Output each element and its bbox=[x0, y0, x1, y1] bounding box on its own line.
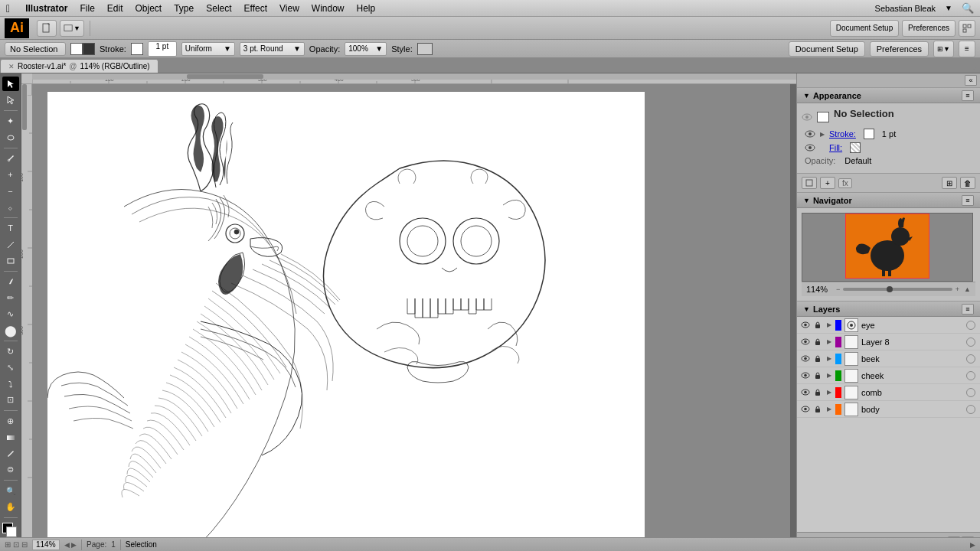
nav-zoom-value[interactable]: 114% bbox=[806, 285, 833, 294]
menu-help[interactable]: Help bbox=[357, 3, 376, 14]
layer-target-beek[interactable] bbox=[966, 354, 975, 364]
panel-toggle-btn[interactable]: ≡ bbox=[959, 41, 975, 57]
apple-menu[interactable]:  bbox=[6, 2, 10, 15]
gradient-tool[interactable] bbox=[2, 430, 19, 445]
stroke-expand-arrow[interactable]: ▶ bbox=[820, 131, 825, 138]
nav-zoom-slider[interactable] bbox=[843, 288, 952, 291]
arrange-btn[interactable] bbox=[959, 20, 975, 37]
rotate-tool[interactable]: ↻ bbox=[2, 344, 19, 359]
view-options-btn[interactable]: ▼ bbox=[60, 20, 84, 37]
layer-lock-body[interactable] bbox=[812, 404, 823, 415]
status-icon-3[interactable]: ⊟ bbox=[21, 540, 28, 549]
convert-anchor-tool[interactable]: ⬦ bbox=[2, 200, 19, 214]
status-icon-2[interactable]: ⊡ bbox=[13, 540, 19, 549]
nav-zoom-thumb[interactable] bbox=[887, 286, 893, 292]
layer-target-cheek[interactable] bbox=[966, 371, 975, 380]
layer-eye-eye[interactable] bbox=[800, 320, 811, 331]
layer-target-eye[interactable] bbox=[966, 321, 975, 330]
document-tab[interactable]: ✕ Rooster-v1.ai* @ 114% (RGB/Outline) bbox=[0, 59, 158, 73]
navigator-options-btn[interactable]: ≡ bbox=[962, 195, 974, 206]
status-zoom-display[interactable]: 114% bbox=[32, 540, 60, 550]
add-anchor-tool[interactable]: + bbox=[2, 168, 19, 182]
new-document-btn[interactable] bbox=[37, 20, 57, 37]
menu-illustrator[interactable]: Illustrator bbox=[25, 3, 67, 14]
menu-object[interactable]: Object bbox=[136, 3, 162, 14]
layer-target-comb[interactable] bbox=[966, 388, 975, 397]
fill-swatch[interactable] bbox=[850, 142, 861, 153]
menu-type[interactable]: Type bbox=[174, 3, 194, 14]
layer-row-comb[interactable]: ▶ comb bbox=[797, 384, 980, 401]
eyedropper-tool[interactable] bbox=[2, 446, 19, 461]
color-swatches[interactable] bbox=[2, 523, 19, 537]
stroke-swatch[interactable] bbox=[864, 129, 874, 139]
layer-row-eye[interactable]: ▶ eye bbox=[797, 317, 980, 334]
prefs-btn[interactable]: Preferences bbox=[902, 20, 956, 37]
layer-expand-eye[interactable]: ▶ bbox=[825, 320, 834, 331]
layer-lock-eye[interactable] bbox=[812, 320, 823, 331]
layer-lock-layer8[interactable] bbox=[812, 337, 823, 347]
magic-wand-tool[interactable]: ✦ bbox=[2, 114, 19, 129]
appearance-options-btn[interactable]: ≡ bbox=[962, 90, 974, 101]
layer-row-body[interactable]: ▶ body bbox=[797, 401, 980, 418]
pen-tool[interactable] bbox=[2, 152, 19, 166]
menu-effect[interactable]: Effect bbox=[244, 3, 267, 14]
layer-lock-beek[interactable] bbox=[812, 354, 823, 364]
free-transform-tool[interactable]: ⊡ bbox=[2, 393, 19, 407]
workspace-btn[interactable]: ⊞▼ bbox=[933, 41, 954, 57]
layers-panel-header[interactable]: ▼ Layers ≡ bbox=[797, 302, 980, 317]
blend-tool[interactable]: ⊜ bbox=[2, 462, 19, 477]
selection-tool[interactable] bbox=[2, 77, 19, 91]
layer-expand-beek[interactable]: ▶ bbox=[825, 354, 834, 364]
zoom-tool[interactable]: 🔍 bbox=[2, 484, 19, 498]
nav-zoom-up-icon[interactable]: ▲ bbox=[964, 285, 971, 293]
status-right-arrow[interactable]: ▶ bbox=[970, 541, 975, 549]
appearance-add-btn[interactable] bbox=[802, 177, 817, 189]
layer-expand-comb[interactable]: ▶ bbox=[825, 387, 834, 398]
layer-row-cheek[interactable]: ▶ cheek bbox=[797, 367, 980, 384]
nav-zoom-out-icon[interactable]: − bbox=[836, 285, 840, 293]
style-swatch[interactable] bbox=[417, 43, 433, 55]
menu-select[interactable]: Select bbox=[206, 3, 231, 14]
menu-file[interactable]: File bbox=[80, 3, 94, 14]
menu-view[interactable]: View bbox=[279, 3, 299, 14]
appearance-panel-header[interactable]: ▼ Appearance ≡ bbox=[797, 88, 980, 103]
layer-expand-cheek[interactable]: ▶ bbox=[825, 370, 834, 381]
doc-setup-btn[interactable]: Document Setup bbox=[830, 20, 899, 37]
hand-tool[interactable]: ✋ bbox=[2, 500, 19, 514]
rectangle-tool[interactable] bbox=[2, 253, 19, 268]
status-icon-1[interactable]: ⊞ bbox=[5, 540, 11, 549]
delete-anchor-tool[interactable]: − bbox=[2, 184, 19, 198]
navigator-panel-header[interactable]: ▼ Navigator ≡ bbox=[797, 193, 980, 208]
stroke-cap-select[interactable]: 3 pt. Round▼ bbox=[240, 42, 305, 56]
preferences-button[interactable]: Preferences bbox=[870, 41, 929, 57]
canvas-content[interactable] bbox=[32, 84, 790, 545]
stroke-swatch[interactable] bbox=[131, 43, 143, 55]
vertical-scrollbar-thumb[interactable] bbox=[22, 84, 27, 130]
fill-link[interactable]: Fill: bbox=[829, 143, 842, 152]
smooth-tool[interactable]: ∿ bbox=[2, 307, 19, 321]
type-tool[interactable]: T bbox=[2, 221, 19, 236]
layer-row-layer8[interactable]: ▶ Layer 8 bbox=[797, 334, 980, 350]
layer-eye-comb[interactable] bbox=[800, 387, 811, 398]
shape-builder-tool[interactable]: ⊕ bbox=[2, 414, 19, 429]
layer-eye-cheek[interactable] bbox=[800, 370, 811, 381]
stroke-visibility-eye[interactable] bbox=[805, 129, 815, 139]
user-dropdown[interactable]: ▼ bbox=[945, 4, 952, 12]
status-nav-arrows[interactable]: ◀ ▶ bbox=[64, 541, 77, 549]
layer-expand-body[interactable]: ▶ bbox=[825, 404, 834, 415]
search-icon[interactable]: 🔍 bbox=[962, 2, 974, 14]
appearance-delete-btn[interactable]: 🗑 bbox=[960, 177, 975, 189]
layers-collapse-icon[interactable]: ▼ bbox=[803, 305, 810, 313]
fill-visibility-eye[interactable] bbox=[805, 142, 815, 153]
layer-eye-body[interactable] bbox=[800, 404, 811, 415]
layer-expand-layer8[interactable]: ▶ bbox=[825, 337, 834, 347]
fill-color-box[interactable] bbox=[70, 43, 83, 55]
horizontal-scrollbar-thumb[interactable] bbox=[187, 74, 263, 79]
appearance-collapse-icon[interactable]: ▼ bbox=[803, 92, 810, 99]
layer-row-beek[interactable]: ▶ beek bbox=[797, 350, 980, 367]
stroke-color-box[interactable] bbox=[83, 43, 95, 55]
warp-tool[interactable]: ⤵ bbox=[2, 377, 19, 391]
tab-close-btn[interactable]: ✕ bbox=[8, 63, 15, 70]
menu-window[interactable]: Window bbox=[312, 3, 345, 14]
layer-lock-cheek[interactable] bbox=[812, 370, 823, 381]
